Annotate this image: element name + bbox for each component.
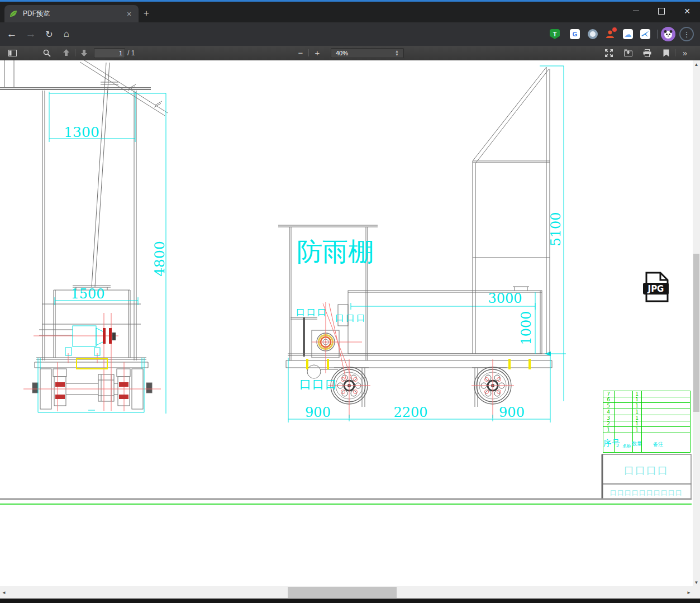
tab-close-icon[interactable]: × xyxy=(124,10,134,18)
next-page-button[interactable] xyxy=(77,46,91,60)
bom-header-seq: 序号 xyxy=(603,438,620,448)
bird-icon xyxy=(640,29,650,39)
minimize-icon xyxy=(633,11,639,11)
jpg-label: JPG xyxy=(647,284,664,294)
translate-extension-icon[interactable]: G xyxy=(570,29,580,39)
bom-row-5: 5 xyxy=(607,403,610,409)
print-button[interactable] xyxy=(640,46,654,60)
bom-qty: 1 xyxy=(635,397,639,402)
bom-row-1: 1 xyxy=(607,427,610,433)
ring-extension-icon[interactable] xyxy=(588,29,598,39)
select-spinner-icon: ▲▼ xyxy=(395,50,399,56)
nav-toolbar: ← → ↻ ⌂ i localhost:8012/onlinePreview?u… xyxy=(0,22,700,46)
tab-title: PDF预览 xyxy=(23,9,124,18)
bom-header-notes: 备注 xyxy=(653,441,663,447)
bom-qty: 1 xyxy=(635,427,639,433)
small-label-a: 口口口 xyxy=(296,307,328,317)
scroll-left-arrow[interactable]: ◄ xyxy=(0,586,8,599)
reload-button[interactable]: ↻ xyxy=(41,22,58,46)
dim-900-right: 900 xyxy=(499,405,525,420)
scroll-right-arrow[interactable]: ► xyxy=(685,586,693,599)
maximize-button[interactable] xyxy=(649,2,674,20)
scroll-down-arrow[interactable]: ▼ xyxy=(693,578,700,586)
page-number-input[interactable] xyxy=(94,48,125,58)
zoom-level-select[interactable]: 40% ▲▼ xyxy=(331,48,404,58)
bom-row-4: 4 xyxy=(607,409,610,415)
front-view-dimension-lines xyxy=(38,92,166,414)
zoom-out-button[interactable]: − xyxy=(295,46,306,60)
sidebar-toggle-icon xyxy=(8,50,17,56)
vertical-scrollbar[interactable]: ▲ ▼ xyxy=(693,60,700,586)
fullscreen-icon xyxy=(605,49,613,57)
dim-1300: 1300 xyxy=(64,124,99,140)
translate-letter: G xyxy=(573,31,578,37)
dim-1000: 1000 xyxy=(518,311,534,345)
kebab-menu-icon: ⋮ xyxy=(683,30,691,39)
cloud-extension-icon[interactable]: ☁ xyxy=(623,29,633,39)
minus-icon: − xyxy=(298,48,303,58)
more-tools-button[interactable]: » xyxy=(678,46,692,60)
window-controls: ✕ xyxy=(623,2,700,22)
zoom-level-value: 40% xyxy=(336,50,348,56)
front-view-dimension-labels: 1300 4800 1500 xyxy=(64,124,168,302)
small-label-c: 口口口 xyxy=(299,378,338,391)
previous-page-button[interactable] xyxy=(59,46,73,60)
home-button[interactable]: ⌂ xyxy=(58,22,75,46)
browser-menu-button[interactable]: ⋮ xyxy=(679,27,694,41)
new-tab-button[interactable]: + xyxy=(144,8,149,18)
drawing-title-text: 口口口口 xyxy=(624,464,669,476)
browser-tab[interactable]: PDF预览 × xyxy=(4,5,139,22)
maximize-icon xyxy=(658,8,665,15)
cad-drawing: 1300 4800 1500 xyxy=(0,60,693,586)
chevron-double-right-icon: » xyxy=(683,48,687,58)
panda-icon xyxy=(661,27,675,41)
forward-button[interactable]: → xyxy=(22,22,39,46)
dim-900-left: 900 xyxy=(305,405,331,420)
title-block-table: 7 6 5 4 3 2 1 1 1 1 1 1 1 1 序号 名 xyxy=(603,391,690,452)
bookmark-button[interactable] xyxy=(659,46,673,60)
tampermonkey-extension-icon[interactable]: T xyxy=(550,29,560,39)
jpg-file-icon: JPG xyxy=(643,273,669,301)
scrollbar-corner xyxy=(693,586,700,599)
close-button[interactable]: ✕ xyxy=(674,2,700,20)
profile-view-structure xyxy=(473,67,550,354)
open-file-icon xyxy=(624,49,632,56)
browser-window: PDF预览 × + ✕ ← → ↻ ⌂ i localhost:8012/onl… xyxy=(0,0,700,603)
pdf-toolbar-separator3 xyxy=(675,49,675,56)
arrow-down-icon xyxy=(80,49,88,56)
bom-qty: 1 xyxy=(635,415,639,421)
pdf-toolbar-separator2 xyxy=(308,49,309,56)
titlebar: PDF预览 × + ✕ xyxy=(0,2,700,22)
pdf-toolbar-separator xyxy=(75,49,75,56)
notification-badge xyxy=(612,27,617,32)
plus-icon: + xyxy=(315,48,320,58)
pdf-toolbar: / 1 − + 40% ▲▼ » xyxy=(0,46,700,60)
alert-extension-icon[interactable] xyxy=(605,29,615,39)
shelter-label: 防雨棚 xyxy=(297,236,374,267)
window-bottom-edge xyxy=(0,599,700,603)
cloud-icon: ☁ xyxy=(625,30,632,39)
horizontal-scroll-thumb[interactable] xyxy=(288,587,397,598)
search-icon xyxy=(43,49,51,57)
scroll-up-arrow[interactable]: ▲ xyxy=(693,60,700,68)
dim-1500: 1500 xyxy=(70,286,104,302)
open-file-button[interactable] xyxy=(621,46,635,60)
pdf-page: 1300 4800 1500 xyxy=(0,60,693,586)
sidebar-toggle-button[interactable] xyxy=(6,46,19,60)
drawing-subtitle-text: 口口口口口口口口口口 xyxy=(610,489,683,497)
vertical-scroll-thumb[interactable] xyxy=(693,254,699,412)
search-button[interactable] xyxy=(40,46,54,60)
minimize-button[interactable] xyxy=(623,2,649,20)
bookmark-icon xyxy=(663,49,669,57)
dim-5100: 5100 xyxy=(548,212,564,246)
side-view-dimension-labels: 防雨棚 3000 1000 900 2200 900 5100 口口口 口口口 … xyxy=(296,212,564,420)
arrow-up-icon xyxy=(63,49,70,56)
profile-avatar[interactable] xyxy=(661,27,675,41)
back-button[interactable]: ← xyxy=(3,22,20,46)
zoom-in-button[interactable]: + xyxy=(312,46,323,60)
bom-qty: 1 xyxy=(635,391,639,397)
bird-extension-icon[interactable] xyxy=(640,29,650,39)
bom-row-7: 7 xyxy=(607,391,610,397)
horizontal-scrollbar[interactable]: ◄ ► xyxy=(0,586,693,599)
presentation-mode-button[interactable] xyxy=(602,46,616,60)
